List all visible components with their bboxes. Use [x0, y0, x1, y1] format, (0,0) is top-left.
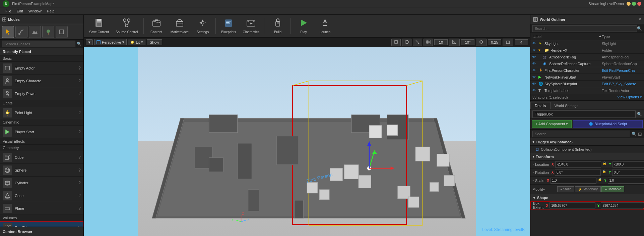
viewport[interactable]: First Person X Y	[84, 47, 530, 236]
outliner-close[interactable]: ✕	[638, 17, 641, 21]
angle-btn[interactable]	[449, 39, 460, 46]
list-item-player-start[interactable]: Player Start ?	[0, 126, 83, 138]
atmo-vis-icon[interactable]: 👁	[532, 55, 537, 59]
scale-x-input[interactable]	[551, 178, 596, 184]
grid-toggle[interactable]	[424, 39, 433, 46]
box-y-input[interactable]	[601, 202, 644, 208]
sphere-refl-vis-icon[interactable]: 👁	[532, 62, 537, 65]
viewport-menu-btn[interactable]: ▼	[86, 39, 93, 45]
sort-icon[interactable]	[598, 35, 602, 38]
close-btn[interactable]	[637, 2, 641, 6]
mode-landscape[interactable]	[29, 26, 41, 38]
mobility-movable[interactable]: ↔ Movable	[601, 186, 624, 192]
menu-help[interactable]: Help	[44, 8, 57, 14]
category-volumes[interactable]: Volumes	[0, 215, 83, 221]
content-browser-bar[interactable]: Content Browser	[0, 227, 83, 236]
blueprint-button[interactable]: 🔷 Blueprint/Add Script	[573, 120, 643, 128]
outliner-item-templatelabel[interactable]: 👁 T TemplateLabel TextRenderActor	[530, 87, 644, 94]
fpc-vis-icon[interactable]: 👁	[532, 68, 537, 72]
category-visual-effects[interactable]: Visual Effects	[0, 138, 83, 145]
mode-geometry[interactable]	[56, 26, 68, 38]
marketplace-button[interactable]: Marketplace	[168, 16, 191, 36]
menu-file[interactable]: File	[3, 8, 14, 14]
category-basic[interactable]: Basic	[0, 55, 83, 62]
outliner-item-skylight[interactable]: 👁 ☀ SkyLight SkyLight	[530, 40, 644, 47]
outliner-item-atmosphericfog[interactable]: 👁 🌫 AtmosphericFog AtmosphericFog	[530, 54, 644, 60]
location-y-input[interactable]	[613, 161, 644, 168]
minimize-btn[interactable]	[627, 2, 631, 6]
maximize-btn[interactable]	[632, 2, 636, 6]
menu-edit[interactable]: Edit	[14, 8, 26, 14]
details-search-icon2: 🔍	[632, 132, 637, 136]
outliner-search-input[interactable]	[532, 25, 637, 32]
actor-name-input[interactable]	[532, 110, 636, 118]
transform-tool[interactable]	[391, 39, 401, 46]
scale-y-input[interactable]	[608, 178, 644, 184]
tl-vis-icon[interactable]: 👁	[532, 89, 537, 92]
list-item-cylinder[interactable]: Cylinder ?	[0, 177, 83, 189]
launch-button[interactable]: Launch	[315, 16, 335, 36]
tab-details[interactable]: Details	[530, 102, 551, 109]
outliner-item-spherereflection[interactable]: 👁 ◉ SphereReflectionCapture SphereReflec…	[530, 60, 644, 67]
grid-size-value[interactable]: 10	[434, 39, 448, 45]
outliner-item-firstpersonchar[interactable]: 👁 🧍 FirstPersonCharacter Edit FirstPerso…	[530, 67, 644, 74]
search-classes-input[interactable]	[2, 41, 75, 47]
show-btn[interactable]: Show	[147, 39, 162, 45]
mode-placement[interactable]	[2, 26, 14, 38]
mode-paint[interactable]	[15, 26, 27, 38]
save-current-button[interactable]: Save Current	[86, 16, 112, 36]
settings-button[interactable]: Settings	[193, 16, 213, 36]
list-item-empty-actor[interactable]: Empty Actor ?	[0, 62, 83, 75]
renderfx-vis-icon[interactable]: 👁	[532, 48, 537, 52]
list-item-empty-character[interactable]: Empty Characte ?	[0, 75, 83, 87]
rotate-tool[interactable]	[402, 39, 411, 46]
scale-tool[interactable]	[413, 39, 422, 46]
tab-world-settings[interactable]: World Settings	[551, 102, 582, 109]
shape-header[interactable]: ▼ Shape	[530, 194, 644, 201]
lit-dropdown[interactable]: Lit ▾	[128, 39, 145, 45]
source-control-button[interactable]: Source Control	[113, 16, 141, 36]
components-section-header[interactable]: ▾ TriggerBox(Instance)	[530, 138, 644, 146]
list-item-cone[interactable]: Cone ?	[0, 189, 83, 202]
mobility-static[interactable]: ● Static	[557, 186, 574, 192]
nps-vis-icon[interactable]: 👁	[532, 75, 537, 79]
skylight-vis-icon[interactable]: 👁	[532, 42, 537, 45]
location-x-input[interactable]	[555, 161, 601, 168]
menu-window[interactable]: Window	[26, 8, 44, 14]
outliner-item-skysphereblueprint[interactable]: 👁 🌐 SkySphereBlueprint Edit BP_Sky_Spher…	[530, 81, 644, 87]
blueprints-button[interactable]: Blueprints	[218, 16, 239, 36]
content-button[interactable]: Content	[146, 16, 167, 36]
mobility-stationary[interactable]: ⚡ Stationary	[575, 186, 601, 192]
scale-btn[interactable]	[476, 39, 487, 46]
list-item-sphere[interactable]: Sphere ?	[0, 164, 83, 177]
perspective-dropdown[interactable]: Perspective ▾	[94, 39, 127, 45]
details-search-input[interactable]	[532, 131, 630, 137]
category-lights[interactable]: Lights	[0, 100, 83, 106]
list-item-plane[interactable]: Plane ?	[0, 202, 83, 215]
grid-view-btn[interactable]: ⊞	[638, 131, 642, 137]
collision-component-item[interactable]: ◻ CollisionComponent (Inherited)	[530, 146, 644, 153]
add-component-button[interactable]: + Add Component ▾	[532, 120, 572, 128]
camera-speed-btn[interactable]	[503, 39, 513, 46]
scale-value[interactable]: 0.25	[488, 39, 501, 45]
category-geometry[interactable]: Geometry	[0, 145, 83, 151]
box-x-input[interactable]	[550, 202, 595, 208]
mode-foliage[interactable]	[42, 26, 54, 38]
angle-value[interactable]: 10°	[461, 39, 474, 45]
rotation-y-input[interactable]	[612, 170, 644, 176]
category-cinematic[interactable]: Cinematic	[0, 119, 83, 126]
list-item-point-light[interactable]: Point Light ?	[0, 106, 83, 119]
view-options-btn[interactable]: View Options ▾	[617, 95, 642, 99]
camera-speed-value[interactable]: 4	[515, 39, 528, 45]
outliner-item-renderfx[interactable]: 👁 ▾ 📁 RenderFX Folder	[530, 47, 644, 54]
list-item-empty-pawn[interactable]: Empty Pawn ?	[0, 87, 83, 100]
ssb-vis-icon[interactable]: 👁	[532, 82, 537, 86]
outliner-item-networkplayerstart[interactable]: 👁 ▶ NetworkPlayerStart PlayerStart	[530, 74, 644, 81]
play-button[interactable]: Play	[294, 16, 314, 36]
build-button[interactable]: Build	[268, 16, 288, 36]
list-item-box-trigger[interactable]: Box Trigger ?	[0, 221, 83, 227]
list-item-cube[interactable]: Cube ?	[0, 151, 83, 164]
cinematics-button[interactable]: Cinematics	[240, 16, 262, 36]
transform-header[interactable]: ▾ Transform	[530, 153, 644, 160]
rotation-x-input[interactable]	[555, 170, 601, 176]
